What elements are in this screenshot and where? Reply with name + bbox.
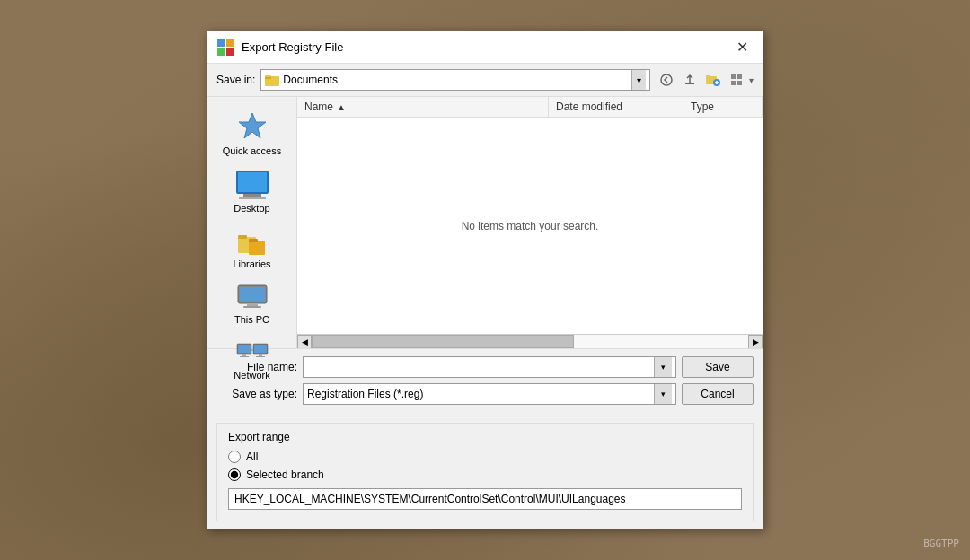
export-range-section: Export range All Selected branch (216, 423, 754, 521)
svg-rect-14 (731, 81, 736, 85)
quick-access-label: Quick access (223, 145, 281, 156)
svg-rect-18 (238, 235, 247, 239)
scroll-right-button[interactable]: ▶ (748, 335, 763, 349)
savetype-combo[interactable]: Registration Files (*.reg) ▾ (303, 383, 676, 405)
nav-panel: Quick access Desktop (207, 97, 297, 348)
svg-rect-23 (247, 303, 258, 306)
save-in-combo[interactable]: Documents ▾ (260, 69, 650, 91)
svg-rect-19 (249, 241, 265, 255)
svg-rect-3 (226, 48, 234, 56)
all-radio[interactable] (228, 451, 241, 463)
views-dropdown-arrow[interactable]: ▾ (749, 75, 754, 85)
nav-up-button[interactable] (679, 69, 701, 91)
svg-rect-6 (265, 75, 271, 77)
svg-rect-0 (217, 39, 225, 47)
dialog-icon (216, 39, 234, 57)
main-content-area: Quick access Desktop (207, 97, 763, 348)
nav-item-quick-access[interactable]: Quick access (213, 104, 292, 162)
libraries-label: Libraries (233, 258, 270, 269)
column-header-name[interactable]: Name ▲ (297, 97, 549, 117)
file-list-area: Name ▲ Date modified Type No items match… (297, 97, 763, 348)
save-in-dropdown-arrow[interactable]: ▾ (631, 70, 646, 90)
file-list-content: No items match your search. (297, 118, 763, 334)
save-button[interactable]: Save (682, 356, 754, 378)
dialog-title: Export Registry File (242, 40, 343, 54)
column-header-type[interactable]: Type (683, 97, 763, 117)
selected-branch-radio[interactable] (228, 468, 241, 481)
folder-icon (265, 74, 279, 86)
savetype-dropdown-arrow[interactable]: ▾ (654, 384, 672, 404)
empty-message: No items match your search. (462, 220, 599, 232)
branch-path-input[interactable] (228, 488, 742, 510)
export-range-title: Export range (228, 431, 742, 443)
svg-rect-1 (226, 39, 234, 47)
svg-rect-10 (706, 75, 710, 77)
export-registry-dialog: Export Registry File ✕ Save in: Document… (207, 31, 763, 529)
libraries-icon (236, 228, 269, 255)
scroll-left-button[interactable]: ◀ (297, 335, 312, 349)
svg-rect-26 (238, 345, 251, 353)
svg-rect-31 (259, 354, 262, 356)
filename-label: File name: (216, 361, 297, 373)
svg-rect-27 (242, 354, 246, 356)
scroll-thumb[interactable] (312, 335, 574, 348)
svg-rect-2 (217, 48, 225, 56)
registry-icon (216, 39, 234, 57)
svg-rect-24 (243, 306, 261, 308)
watermark: BGGTPP (923, 538, 959, 549)
save-in-label: Save in: (216, 74, 255, 86)
savetype-value: Registration Files (*.reg) (307, 388, 654, 400)
file-list-header: Name ▲ Date modified Type (297, 97, 763, 118)
selected-branch-radio-row: Selected branch (228, 468, 742, 481)
this-pc-label: This PC (234, 314, 269, 325)
cancel-button[interactable]: Cancel (682, 383, 754, 405)
svg-rect-15 (737, 81, 742, 85)
scroll-track[interactable] (312, 335, 748, 348)
save-in-value: Documents (283, 74, 338, 86)
nav-item-this-pc[interactable]: This PC (213, 278, 292, 330)
svg-rect-30 (254, 345, 267, 353)
column-header-date[interactable]: Date modified (549, 97, 683, 117)
nav-back-button[interactable] (656, 69, 677, 91)
nav-item-desktop[interactable]: Desktop (213, 165, 292, 219)
views-button[interactable] (726, 69, 747, 91)
svg-rect-8 (685, 83, 694, 84)
filename-row: File name: ▾ Save (216, 356, 754, 378)
savetype-row: Save as type: Registration Files (*.reg)… (216, 383, 754, 405)
desktop-icon (236, 171, 269, 199)
close-button[interactable]: ✕ (730, 36, 754, 59)
svg-rect-12 (731, 74, 736, 79)
savetype-label: Save as type: (216, 388, 297, 400)
svg-rect-20 (249, 239, 258, 242)
all-radio-row: All (228, 451, 742, 463)
svg-rect-13 (737, 74, 742, 79)
horizontal-scrollbar[interactable]: ◀ ▶ (297, 334, 763, 348)
nav-item-network[interactable]: Network (213, 334, 292, 386)
selected-branch-radio-label[interactable]: Selected branch (246, 468, 324, 481)
title-bar: Export Registry File ✕ (207, 31, 763, 64)
nav-item-libraries[interactable]: Libraries (213, 223, 292, 275)
svg-rect-32 (256, 356, 265, 357)
this-pc-icon (236, 284, 269, 311)
svg-point-7 (661, 74, 672, 85)
quick-access-icon (236, 109, 269, 142)
filename-combo[interactable]: ▾ (303, 356, 676, 378)
desktop-label: Desktop (234, 203, 269, 214)
filename-dropdown-arrow[interactable]: ▾ (654, 357, 672, 377)
new-folder-button[interactable] (702, 69, 724, 91)
svg-marker-16 (239, 113, 266, 138)
svg-rect-28 (240, 356, 249, 357)
svg-rect-22 (240, 287, 265, 302)
toolbar-row: Save in: Documents ▾ (207, 64, 763, 97)
all-radio-label[interactable]: All (246, 451, 258, 463)
